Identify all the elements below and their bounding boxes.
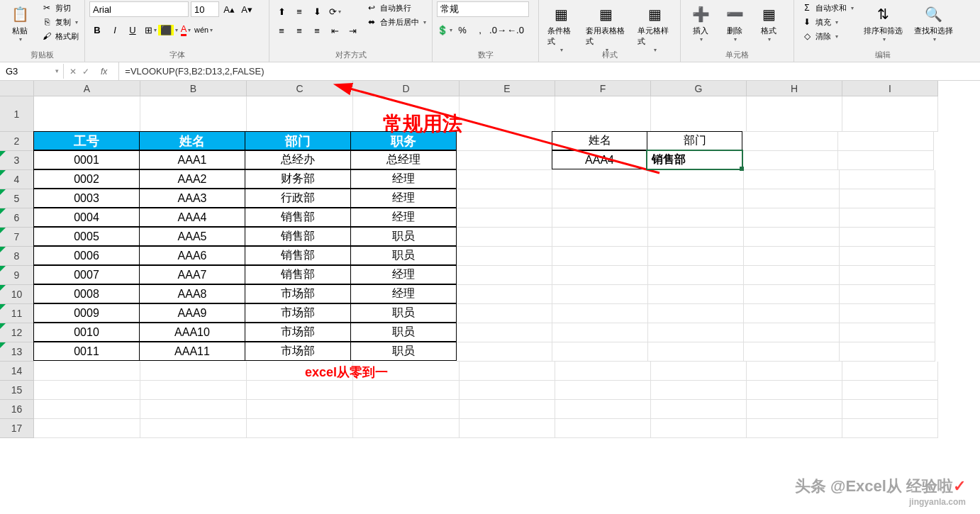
cell[interactable]: 市场部 <box>245 284 351 303</box>
row-header[interactable]: 12 <box>0 323 34 342</box>
cell[interactable] <box>651 381 747 400</box>
cell[interactable]: 市场部 <box>245 323 351 342</box>
row-header[interactable]: 7 <box>0 228 34 247</box>
col-header[interactable]: E <box>460 81 555 96</box>
cell[interactable]: 销售部 <box>245 265 351 284</box>
row-header[interactable]: 14 <box>0 362 34 381</box>
col-header[interactable]: G <box>651 81 747 96</box>
bold-button[interactable]: B <box>89 22 105 38</box>
cell[interactable] <box>552 266 648 285</box>
orientation-button[interactable]: ⟳▾ <box>327 4 343 19</box>
cell[interactable] <box>648 228 744 247</box>
conditional-format-button[interactable]: ▦条件格式▾ <box>543 1 579 55</box>
cell[interactable] <box>457 247 552 266</box>
row-header[interactable]: 1 <box>0 96 34 132</box>
number-format-select[interactable] <box>437 1 529 17</box>
cell[interactable] <box>457 285 552 304</box>
cell[interactable]: 经理 <box>350 189 457 208</box>
align-bottom-button[interactable]: ⬇ <box>309 4 325 19</box>
col-header[interactable]: A <box>34 81 140 96</box>
col-header[interactable]: C <box>247 81 353 96</box>
cell[interactable] <box>742 151 838 170</box>
cell[interactable]: 职员 <box>350 303 457 323</box>
cell[interactable]: 部门 <box>647 131 742 150</box>
cell[interactable] <box>457 266 552 285</box>
cell[interactable] <box>648 189 744 208</box>
cell[interactable] <box>842 362 938 381</box>
cell[interactable] <box>744 247 840 266</box>
cell[interactable]: 经理 <box>350 284 457 303</box>
cell[interactable] <box>744 342 840 362</box>
insert-button[interactable]: ➕插入▾ <box>685 1 716 44</box>
dec-decimal-button[interactable]: ←.0 <box>508 22 523 38</box>
cell[interactable] <box>840 323 935 342</box>
fill-color-button[interactable]: ⬛▾ <box>160 22 176 38</box>
cell[interactable] <box>742 132 838 151</box>
cell[interactable]: AAA1 <box>139 150 245 169</box>
clear-button[interactable]: ◇清除▾ <box>798 30 857 43</box>
percent-button[interactable]: % <box>455 22 470 38</box>
cell[interactable] <box>648 247 744 266</box>
autosum-button[interactable]: Σ自动求和▾ <box>798 1 857 14</box>
cell[interactable]: 姓名 <box>552 131 647 150</box>
cell[interactable] <box>552 228 648 247</box>
cell[interactable] <box>747 362 842 381</box>
cell[interactable] <box>648 285 744 304</box>
cell[interactable]: 姓名 <box>139 131 245 150</box>
cell[interactable] <box>555 400 651 419</box>
cell[interactable]: 0010 <box>33 323 140 342</box>
cell[interactable]: 销售部 <box>245 208 351 227</box>
fill-button[interactable]: ⬇填充▾ <box>798 16 857 28</box>
font-color-button[interactable]: A▾ <box>178 22 194 38</box>
col-header[interactable]: H <box>747 81 842 96</box>
cell[interactable] <box>840 208 935 228</box>
cell[interactable] <box>648 323 744 342</box>
cell[interactable] <box>651 419 747 438</box>
cell[interactable]: 经理 <box>350 265 457 284</box>
cell[interactable] <box>552 342 648 362</box>
increase-font-button[interactable]: A▴ <box>221 1 237 17</box>
cell[interactable] <box>457 208 552 228</box>
cell[interactable] <box>457 170 552 189</box>
cell[interactable] <box>460 96 555 132</box>
cell[interactable]: 职员 <box>350 227 457 246</box>
row-header[interactable]: 8 <box>0 247 34 266</box>
cell[interactable]: AAA6 <box>139 246 245 265</box>
cell[interactable] <box>838 151 934 170</box>
cell[interactable] <box>34 96 140 132</box>
cell[interactable] <box>840 170 935 189</box>
cell[interactable] <box>353 381 460 400</box>
cell[interactable] <box>747 400 842 419</box>
cell[interactable] <box>353 419 460 438</box>
cell[interactable]: AAA11 <box>139 342 245 361</box>
cell[interactable]: 行政部 <box>245 189 351 208</box>
cell[interactable]: 0005 <box>33 227 140 246</box>
cell[interactable] <box>555 381 651 400</box>
cell[interactable] <box>247 362 353 381</box>
cell[interactable] <box>457 151 552 170</box>
cell[interactable] <box>651 96 747 132</box>
cell[interactable] <box>460 381 555 400</box>
cell[interactable]: 市场部 <box>245 303 351 323</box>
cell[interactable] <box>247 400 353 419</box>
cell[interactable] <box>840 342 935 362</box>
cell[interactable]: 销售部 <box>647 150 742 169</box>
cell[interactable]: 0003 <box>33 189 140 208</box>
cell[interactable]: AAA2 <box>139 169 245 189</box>
cell[interactable] <box>247 419 353 438</box>
row-header[interactable]: 5 <box>0 189 34 208</box>
select-all-corner[interactable] <box>0 81 34 96</box>
cell[interactable] <box>140 96 247 132</box>
cancel-formula-button[interactable]: ✕ <box>69 67 77 77</box>
row-header[interactable]: 17 <box>0 419 34 438</box>
cell[interactable] <box>840 266 935 285</box>
cell[interactable] <box>744 323 840 342</box>
cell[interactable] <box>840 304 935 323</box>
cell[interactable] <box>648 266 744 285</box>
cell[interactable]: 财务部 <box>245 169 351 189</box>
italic-button[interactable]: I <box>107 22 123 38</box>
cell[interactable] <box>744 285 840 304</box>
cell[interactable] <box>747 419 842 438</box>
cell[interactable]: 0011 <box>33 342 140 361</box>
inc-decimal-button[interactable]: .0→ <box>490 22 506 38</box>
